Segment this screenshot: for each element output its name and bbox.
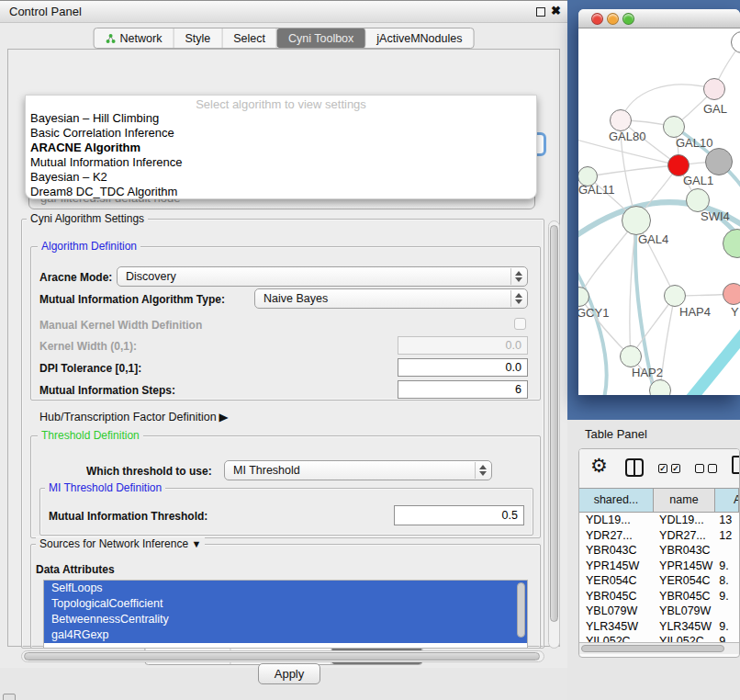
table-row[interactable]: YDR27...YDR27...12 — [579, 528, 739, 544]
mi-steps-field[interactable]: 6 — [398, 380, 528, 399]
table-panel: ⚙ ✓ ✓ shared...nameA YDL19...YDL19...13Y… — [578, 448, 740, 658]
settings-vertical-scrollbar[interactable] — [548, 220, 560, 649]
table-cell: YBL079W — [654, 604, 715, 619]
which-threshold-label: Which threshold to use: — [86, 465, 212, 478]
attribute-item[interactable]: BetweennessCentrality — [44, 612, 527, 627]
unchecked-checkbox-icon[interactable] — [708, 464, 717, 473]
tab-label: Select — [233, 32, 265, 45]
table-horizontal-scrollbar[interactable] — [579, 642, 739, 654]
mi-type-value: Naive Bayes — [263, 292, 328, 305]
table-row[interactable]: YIL052CYIL052C9 — [579, 634, 739, 642]
table-row[interactable]: YLR345WYLR345W9. — [579, 619, 739, 635]
table-cell: YDR27... — [654, 528, 715, 544]
float-icon[interactable] — [536, 7, 545, 17]
tab-cyni-toolbox[interactable]: Cyni Toolbox — [277, 28, 365, 48]
dropdown-item[interactable]: Dream8 DC_TDC Algorithm — [26, 185, 536, 199]
minimize-traffic-light-icon[interactable] — [607, 13, 619, 25]
checked-checkbox-icon[interactable]: ✓ — [658, 464, 667, 473]
column-header[interactable]: A — [715, 489, 739, 512]
control-panel: Control Panel ✖ NetworkStyleSelectCyni T… — [0, 0, 567, 668]
manual-kernel-label: Manual Kernel Width Definition — [39, 319, 202, 332]
close-traffic-light-icon[interactable] — [591, 13, 603, 25]
column-header[interactable]: name — [654, 489, 715, 512]
mi-type-combo[interactable]: Naive Bayes — [254, 288, 528, 309]
dropdown-item[interactable]: ARACNE Algorithm — [26, 141, 536, 155]
zoom-traffic-light-icon[interactable] — [622, 13, 634, 25]
kernel-width-field[interactable]: 0.0 — [398, 336, 528, 355]
data-attributes-list[interactable]: SelfLoopsTopologicalCoefficientBetweenne… — [43, 580, 528, 649]
stepper-arrows-icon — [510, 290, 526, 307]
table-cell: 9. — [715, 559, 739, 574]
table-cell: YPR145W — [654, 559, 715, 574]
network-node-label: GAL80 — [609, 130, 645, 143]
network-canvas[interactable]: GALGAL80GAL10GAL1GAL11SWI4GAL4GCY1HAP4YH… — [578, 28, 740, 395]
network-window-titlebar[interactable] — [578, 9, 740, 28]
tab-jactivemnodules[interactable]: jActiveMNodules — [365, 28, 473, 48]
network-node-label: GCY1 — [578, 306, 609, 320]
hub-definition-label[interactable]: Hub/Transcription Factor Definition ▶ — [39, 411, 228, 423]
table-cell: 9. — [715, 589, 739, 604]
network-node[interactable] — [610, 109, 632, 131]
columns-icon[interactable] — [625, 458, 644, 477]
attribute-item[interactable]: TopologicalCoefficient — [44, 596, 527, 612]
gear-icon[interactable]: ⚙ — [590, 455, 608, 477]
sources-group-title: Sources for Network Inference ▼ — [36, 537, 205, 550]
table-cell: YBR043C — [654, 543, 715, 559]
close-icon[interactable]: ✖ — [551, 4, 561, 17]
tab-style[interactable]: Style — [174, 28, 222, 48]
table-cell: 8. — [715, 573, 739, 589]
aracne-mode-combo[interactable]: Discovery — [117, 266, 528, 287]
table-cell: YPR145W — [579, 559, 654, 574]
data-attributes-label: Data Attributes — [36, 563, 115, 576]
network-node[interactable] — [705, 148, 733, 175]
network-node[interactable] — [622, 206, 651, 235]
attribute-item[interactable]: gal4RGexp — [44, 627, 527, 643]
network-node[interactable] — [620, 345, 642, 367]
attributes-scrollbar[interactable] — [517, 582, 525, 638]
table-row[interactable]: YBR043CYBR043C — [579, 543, 739, 559]
table-row[interactable]: YPR145WYPR145W9. — [579, 559, 739, 574]
tab-network[interactable]: Network — [95, 28, 174, 48]
desktop-background: GALGAL80GAL10GAL1GAL11SWI4GAL4GCY1HAP4YH… — [567, 0, 740, 420]
network-node[interactable] — [663, 116, 685, 138]
network-node[interactable] — [703, 78, 725, 100]
checked-checkbox-icon[interactable]: ✓ — [671, 464, 680, 473]
table-cell: YBR045C — [654, 589, 715, 604]
sources-title-text: Sources for Network Inference — [39, 537, 188, 550]
table-header-row: shared...nameA — [579, 488, 739, 513]
table-cell: YDL19... — [579, 513, 654, 528]
dock-square-icon[interactable] — [3, 694, 16, 700]
network-node[interactable] — [664, 285, 686, 307]
attribute-item[interactable]: SelfLoops — [44, 581, 527, 596]
table-row[interactable]: YBR045CYBR045C9. — [579, 589, 739, 604]
document-icon[interactable] — [732, 456, 740, 474]
network-node[interactable] — [649, 379, 671, 395]
dpi-tolerance-field[interactable]: 0.0 — [398, 358, 528, 377]
dropdown-item[interactable]: Basic Correlation Inference — [26, 126, 536, 141]
algorithm-dropdown: Select algorithm to view settings Bayesi… — [25, 95, 537, 199]
table-row[interactable]: YER054CYER054C8. — [579, 573, 739, 589]
table-row[interactable]: YBL079WYBL079W — [579, 604, 739, 619]
expand-arrow-icon[interactable]: ▼ — [191, 538, 201, 549]
dropdown-item[interactable]: Mutual Information Inference — [26, 155, 536, 170]
settings-group-title: Cyni Algorithm Settings — [27, 212, 148, 225]
table-row[interactable]: YDL19...YDL19...13 — [579, 513, 739, 528]
table-cell: 9. — [715, 619, 739, 635]
which-threshold-combo[interactable]: MI Threshold — [224, 460, 492, 480]
mi-threshold-field[interactable]: 0.5 — [394, 505, 524, 525]
manual-kernel-checkbox[interactable] — [514, 318, 526, 330]
network-view-window: GALGAL80GAL10GAL1GAL11SWI4GAL4GCY1HAP4YH… — [578, 9, 740, 395]
settings-horizontal-scrollbar[interactable] — [21, 650, 544, 662]
tab-select[interactable]: Select — [222, 28, 277, 48]
dropdown-item[interactable]: Bayesian – Hill Climbing — [26, 111, 536, 126]
network-node[interactable] — [723, 283, 740, 305]
algorithm-definition-title: Algorithm Definition — [38, 240, 140, 253]
apply-button[interactable]: Apply — [258, 663, 320, 684]
mi-threshold-definition-title: MI Threshold Definition — [45, 481, 165, 494]
column-header[interactable]: shared... — [579, 489, 654, 512]
network-node-label: SWI4 — [701, 209, 730, 223]
table-cell: 12 — [715, 528, 739, 544]
dropdown-item[interactable]: Bayesian – K2 — [26, 170, 536, 185]
collapse-arrow-icon[interactable]: ▶ — [219, 411, 229, 423]
unchecked-checkbox-icon[interactable] — [695, 464, 704, 473]
